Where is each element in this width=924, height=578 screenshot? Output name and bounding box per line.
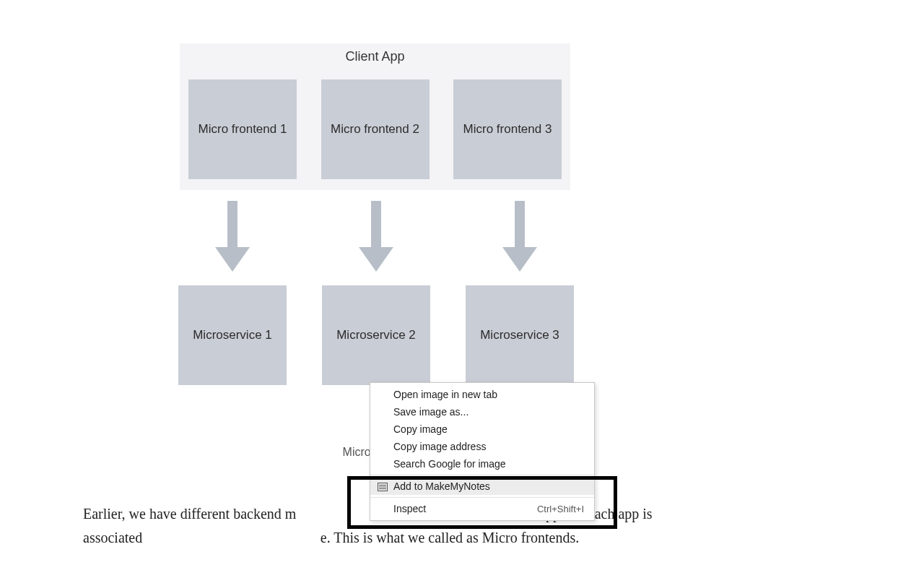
page-canvas: Client App Micro frontend 1 Micro fronte… [0, 0, 924, 578]
ctx-item-label: Copy image [393, 423, 448, 435]
ctx-item-label: Open image in new tab [393, 389, 497, 400]
ctx-item-shortcut: Ctrl+Shift+I [537, 504, 584, 514]
frontend-row: Micro frontend 1 Micro frontend 2 Micro … [188, 79, 562, 179]
ctx-copy-image-address[interactable]: Copy image address [370, 438, 594, 455]
client-app-container: Client App Micro frontend 1 Micro fronte… [180, 43, 570, 190]
ctx-add-to-makemynotes[interactable]: Add to MakeMyNotes [370, 478, 594, 495]
micro-frontend-2: Micro frontend 2 [321, 79, 430, 179]
arrow-row [178, 197, 574, 276]
micro-frontend-3: Micro frontend 3 [453, 79, 562, 179]
down-arrow-icon [498, 197, 541, 276]
arrow-3 [466, 197, 574, 276]
context-menu[interactable]: Open image in new tab Save image as... C… [370, 382, 595, 521]
ctx-item-label: Search Google for image [393, 458, 506, 470]
microservice-2: Microservice 2 [322, 285, 430, 385]
article-text-post: e. This is what we called as Micro front… [321, 530, 579, 545]
svg-marker-5 [502, 247, 537, 272]
arrow-1 [178, 197, 287, 276]
ctx-separator [370, 497, 594, 498]
svg-marker-3 [359, 247, 393, 272]
microservice-1: Microservice 1 [178, 285, 287, 385]
ctx-item-label: Inspect [393, 503, 426, 514]
ctx-item-label: Add to MakeMyNotes [393, 480, 490, 492]
notes-icon [378, 482, 388, 491]
article-text-pre: Earlier, we have different backend m [83, 506, 296, 522]
ctx-separator [370, 475, 594, 475]
client-app-title: Client App [180, 43, 570, 64]
down-arrow-icon [354, 197, 398, 276]
service-row: Microservice 1 Microservice 2 Microservi… [178, 285, 574, 388]
ctx-save-image-as[interactable]: Save image as... [370, 403, 594, 420]
ctx-item-label: Copy image address [393, 441, 486, 452]
ctx-inspect[interactable]: Inspect Ctrl+Shift+I [370, 500, 594, 517]
micro-frontend-1: Micro frontend 1 [188, 79, 297, 179]
down-arrow-icon [211, 197, 254, 276]
ctx-search-google-image[interactable]: Search Google for image [370, 455, 594, 473]
microservice-3: Microservice 3 [466, 285, 574, 385]
ctx-copy-image[interactable]: Copy image [370, 420, 594, 438]
ctx-open-image-new-tab[interactable]: Open image in new tab [370, 386, 594, 403]
arrow-2 [322, 197, 430, 276]
ctx-item-label: Save image as... [393, 406, 468, 418]
svg-marker-1 [215, 247, 250, 272]
